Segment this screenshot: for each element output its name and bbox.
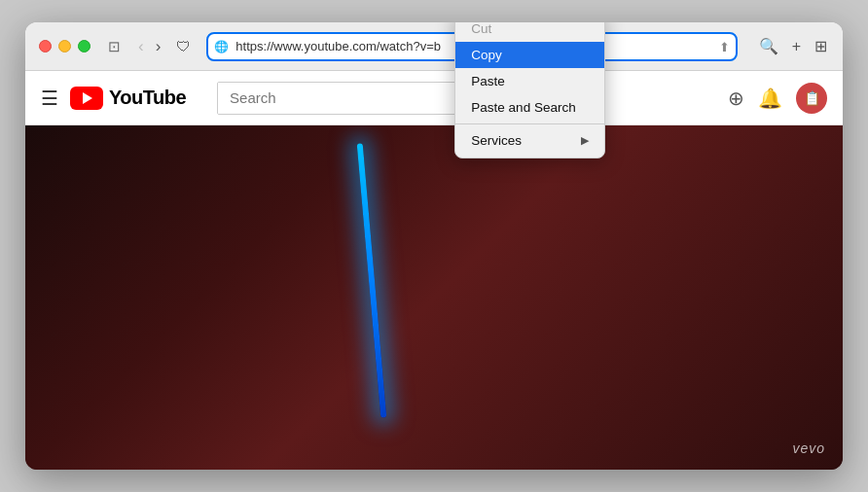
yt-avatar[interactable]: 📋 — [796, 83, 827, 114]
yt-right-icons: ⊕ 🔔 📋 — [720, 83, 827, 114]
context-menu-services[interactable]: Services ▶ — [455, 127, 604, 154]
yt-logo-text: YouTube — [109, 87, 186, 109]
nav-arrows: ‹ › — [134, 35, 164, 58]
back-button[interactable]: ‹ — [134, 35, 148, 58]
share-icon[interactable]: ⬆ — [719, 39, 730, 53]
title-bar: ⊡ ‹ › 🛡 🌐 ⬆ Cut Copy Paste Pas — [25, 22, 843, 71]
search-toolbar-button[interactable]: 🔍 — [757, 35, 780, 57]
grid-view-button[interactable]: ⊞ — [813, 35, 829, 57]
video-content-area: vevo — [25, 125, 843, 470]
address-bar-container: 🌐 ⬆ Cut Copy Paste Paste and Search — [206, 32, 737, 61]
shield-icon: 🛡 — [176, 38, 191, 54]
toolbar-actions: 🔍 + ⊞ — [757, 35, 829, 57]
close-button[interactable] — [39, 40, 52, 53]
maximize-button[interactable] — [78, 40, 90, 53]
context-menu: Cut Copy Paste Paste and Search Services… — [454, 22, 605, 158]
add-tab-button[interactable]: + — [790, 36, 803, 57]
context-menu-cut[interactable]: Cut — [455, 22, 604, 42]
context-menu-separator — [455, 123, 604, 124]
yt-menu-icon[interactable]: ☰ — [41, 87, 58, 110]
context-menu-paste[interactable]: Paste — [455, 68, 604, 94]
video-background: vevo — [25, 125, 843, 470]
globe-icon: 🌐 — [214, 40, 229, 53]
youtube-navbar: ☰ YouTube 🔍 ⊕ 🔔 📋 — [25, 71, 843, 125]
blue-light-effect — [356, 143, 386, 418]
traffic-lights — [39, 40, 90, 53]
sidebar-toggle-icon[interactable]: ⊡ — [108, 38, 121, 55]
youtube-logo[interactable]: YouTube — [70, 87, 186, 110]
submenu-arrow-icon: ▶ — [581, 134, 589, 147]
yt-logo-icon — [70, 87, 103, 110]
vevo-watermark: vevo — [792, 440, 825, 456]
context-menu-paste-search[interactable]: Paste and Search — [455, 94, 604, 121]
yt-create-icon[interactable]: ⊕ — [728, 87, 744, 110]
forward-button[interactable]: › — [152, 35, 165, 58]
yt-notification-icon[interactable]: 🔔 — [758, 87, 782, 110]
minimize-button[interactable] — [58, 40, 71, 53]
context-menu-copy[interactable]: Copy — [455, 42, 604, 68]
browser-window: ⊡ ‹ › 🛡 🌐 ⬆ Cut Copy Paste Pas — [25, 22, 843, 470]
